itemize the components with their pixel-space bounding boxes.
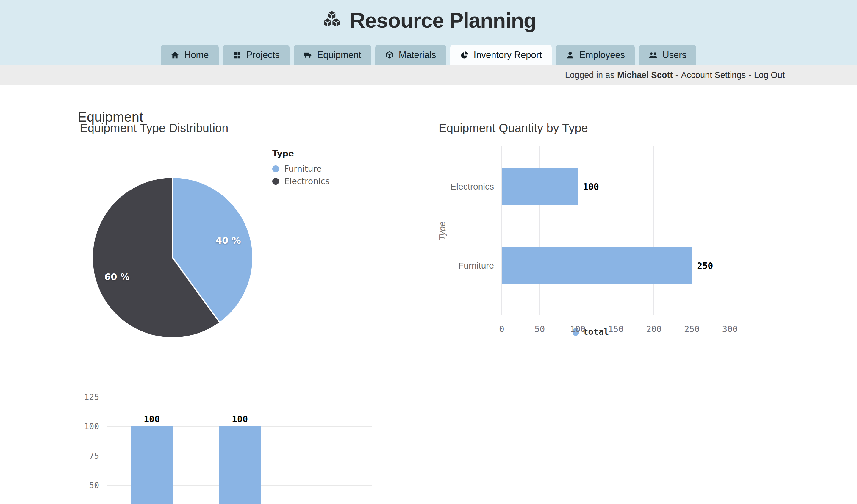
tab-inventory-report[interactable]: Inventory Report xyxy=(450,45,552,65)
home-icon xyxy=(170,51,180,60)
session-prefix: Logged in as xyxy=(565,70,615,80)
cubes-icon xyxy=(321,9,343,31)
hbar-chart-plot: Type total 050100150200250300100Electron… xyxy=(502,146,730,315)
pie-chart-icon xyxy=(460,51,469,60)
gridline xyxy=(730,146,730,315)
pie-chart[interactable] xyxy=(93,178,252,337)
y-axis-tick-label: 50 xyxy=(89,481,99,490)
bar-value-label: 100 xyxy=(144,414,160,424)
vbar-chart-plot: 1251007550100100 xyxy=(106,387,372,504)
legend-label: Furniture xyxy=(284,164,322,174)
users-icon xyxy=(649,51,658,60)
pie-slice-label-electronics: 60 % xyxy=(104,271,130,282)
legend-label: Electronics xyxy=(284,177,330,186)
bar-electronics[interactable] xyxy=(502,168,578,205)
x-axis-tick-label: 100 xyxy=(560,324,596,334)
grid-icon xyxy=(233,51,241,60)
x-axis-tick-label: 250 xyxy=(674,324,710,334)
tab-label: Projects xyxy=(246,50,280,61)
tab-users[interactable]: Users xyxy=(639,45,696,65)
tab-label: Home xyxy=(184,50,209,61)
y-axis-tick-label: 125 xyxy=(84,392,99,402)
tab-label: Equipment xyxy=(317,50,361,61)
tab-label: Employees xyxy=(579,50,625,61)
pie-chart-title: Equipment Type Distribution xyxy=(80,121,229,135)
bar[interactable] xyxy=(219,426,261,504)
tab-equipment[interactable]: Equipment xyxy=(294,45,371,65)
x-axis-tick-label: 0 xyxy=(484,324,520,334)
y-axis-tick-label: 75 xyxy=(89,451,99,461)
tab-materials[interactable]: Materials xyxy=(375,45,446,65)
tab-label: Users xyxy=(662,50,687,61)
category-label: Electronics xyxy=(450,182,494,191)
x-axis-tick-label: 300 xyxy=(712,324,748,334)
gridline xyxy=(106,397,372,397)
hbar-y-axis-title: Type xyxy=(437,221,447,240)
x-axis-tick-label: 50 xyxy=(522,324,558,334)
bar[interactable] xyxy=(131,426,173,504)
hbar-chart-title: Equipment Quantity by Type xyxy=(439,121,588,135)
bar-value-label: 250 xyxy=(697,260,713,271)
pie-legend-title: Type xyxy=(272,149,330,158)
gridline xyxy=(616,146,616,315)
furniture-swatch-icon xyxy=(272,165,279,172)
tab-home[interactable]: Home xyxy=(161,45,219,65)
pie-legend: Type Furniture Electronics xyxy=(272,149,330,187)
gridline xyxy=(692,146,692,315)
bar-value-label: 100 xyxy=(232,414,248,424)
app-window: Resource Planning HomeProjectsEquipmentM… xyxy=(0,0,857,504)
separator: - xyxy=(675,70,678,80)
truck-icon xyxy=(303,51,313,60)
bar-value-label: 100 xyxy=(583,181,599,191)
gridline xyxy=(654,146,654,315)
tab-projects[interactable]: Projects xyxy=(223,45,289,65)
user-icon xyxy=(566,51,575,60)
legend-item-furniture[interactable]: Furniture xyxy=(272,163,330,175)
account-settings-link[interactable]: Account Settings xyxy=(681,70,746,80)
app-title-text: Resource Planning xyxy=(350,8,536,32)
tab-label: Inventory Report xyxy=(474,50,542,61)
x-axis-tick-label: 150 xyxy=(598,324,634,334)
tab-label: Materials xyxy=(399,50,436,61)
hbar-y-axis-title-wrap: Type xyxy=(433,146,451,315)
pie-slice-label-furniture: 40 % xyxy=(216,235,241,246)
log-out-link[interactable]: Log Out xyxy=(754,70,785,80)
app-header: Resource Planning HomeProjectsEquipmentM… xyxy=(0,0,857,65)
tab-bar: HomeProjectsEquipmentMaterialsInventory … xyxy=(0,45,857,65)
pie-slice-dividers xyxy=(93,178,252,337)
box-icon xyxy=(385,51,394,60)
app-title: Resource Planning xyxy=(0,5,857,35)
bar-furniture[interactable] xyxy=(502,247,692,284)
session-bar: Logged in as Michael Scott - Account Set… xyxy=(0,65,857,85)
separator: - xyxy=(749,70,751,80)
legend-item-electronics[interactable]: Electronics xyxy=(272,175,330,187)
x-axis-tick-label: 200 xyxy=(636,324,672,334)
category-label: Furniture xyxy=(458,261,494,271)
session-username: Michael Scott xyxy=(617,70,673,80)
tab-employees[interactable]: Employees xyxy=(556,45,635,65)
electronics-swatch-icon xyxy=(272,178,279,185)
y-axis-tick-label: 100 xyxy=(84,422,99,432)
